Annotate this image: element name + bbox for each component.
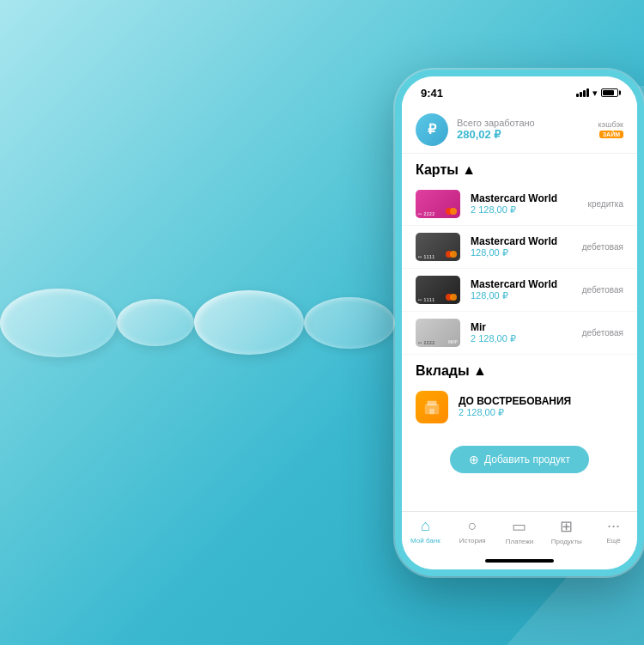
nav-item-history[interactable]: ○ История <box>449 517 496 545</box>
add-product-button[interactable]: ⊕ Добавить продукт <box>450 446 589 473</box>
card-type-3: дебетовая <box>582 285 623 295</box>
nav-item-mybank[interactable]: ⌂ Мой банк <box>402 517 449 545</box>
bg-ellipse-1 <box>0 289 117 357</box>
card-info-4: Mir 2 128,00 ₽ <box>471 321 582 344</box>
card-balance-3: 128,00 ₽ <box>471 290 582 301</box>
svg-rect-2 <box>429 408 434 413</box>
mastercard-dots-2 <box>446 251 457 258</box>
battery-icon <box>601 88 618 97</box>
card-thumbnail-2: •• 1111 <box>416 233 460 261</box>
products-icon: ⊞ <box>560 517 573 536</box>
card-number-3: •• 1111 <box>416 295 438 304</box>
nav-item-payments[interactable]: ▭ Платежи <box>496 517 544 545</box>
status-bar: 9:41 ▾ <box>402 76 637 103</box>
mir-logo: МИР <box>448 339 458 344</box>
cards-title: Карты ▲ <box>416 162 476 177</box>
bg-ellipse-2 <box>117 299 194 346</box>
points-symbol: ₽ <box>428 121 436 137</box>
deposit-icon-1 <box>416 391 448 423</box>
card-type-1: кредитка <box>588 199 623 209</box>
nav-label-products: Продукты <box>551 538 582 545</box>
mastercard-dots-3 <box>446 294 457 301</box>
card-type-4: дебетовая <box>582 328 623 338</box>
card-number-2: •• 1111 <box>416 253 438 261</box>
card-item-3[interactable]: •• 1111 Mastercard World 128,00 ₽ дебето… <box>402 269 637 312</box>
add-product-label: Добавить продукт <box>484 453 570 465</box>
svg-rect-1 <box>428 400 437 405</box>
card-name-3: Mastercard World <box>471 278 582 290</box>
payments-icon: ▭ <box>512 517 526 536</box>
nav-item-more[interactable]: ··· Ещё <box>590 517 637 545</box>
more-icon: ··· <box>607 517 620 535</box>
card-balance-2: 128,00 ₽ <box>471 247 582 259</box>
top-row-right: кэшбэк ЗАЙМ <box>598 120 623 138</box>
card-balance-1: 2 128,00 ₽ <box>471 204 588 216</box>
card-info-3: Mastercard World 128,00 ₽ <box>471 278 582 301</box>
bottom-nav: ⌂ Мой банк ○ История ▭ Платежи ⊞ Продукт… <box>402 511 637 552</box>
add-product-icon: ⊕ <box>469 453 479 466</box>
card-item-2[interactable]: •• 1111 Mastercard World 128,00 ₽ дебето… <box>402 226 637 269</box>
card-number-4: •• 2222 <box>416 338 438 347</box>
bg-ellipse-4 <box>304 297 395 349</box>
card-number-1: •• 2222 <box>416 210 438 218</box>
cashback-label: кэшбэк <box>598 120 623 129</box>
home-icon: ⌂ <box>421 517 430 535</box>
nav-label-more: Ещё <box>606 537 620 545</box>
phone-mockup: 9:41 ▾ ₽ <box>395 70 644 576</box>
phone-screen: 9:41 ▾ ₽ <box>395 70 644 576</box>
points-icon: ₽ <box>416 113 448 146</box>
phone-content: ₽ Всего заработано 280,02 ₽ кэшбэк ЗАЙМ … <box>402 103 637 511</box>
card-item-1[interactable]: •• 2222 Mastercard World 2 128,00 ₽ кред… <box>402 183 637 226</box>
bg-ellipse-3 <box>194 290 304 355</box>
card-type-2: дебетовая <box>582 242 623 252</box>
signal-icon <box>576 88 589 97</box>
card-thumbnail-4: •• 2222 МИР <box>416 319 460 347</box>
deposit-info-1: ДО ВОСТРЕБОВАНИЯ 2 128,00 ₽ <box>459 395 571 418</box>
earned-amount: 280,02 ₽ <box>457 128 598 141</box>
status-time: 9:41 <box>421 87 443 100</box>
deposit-item-1[interactable]: ДО ВОСТРЕБОВАНИЯ 2 128,00 ₽ <box>402 384 637 430</box>
card-name-4: Mir <box>471 321 582 333</box>
card-thumbnail-3: •• 1111 <box>416 276 460 304</box>
deposits-title: Вклады ▲ <box>416 363 487 378</box>
deposit-name-1: ДО ВОСТРЕБОВАНИЯ <box>459 395 571 407</box>
deposit-amount-1: 2 128,00 ₽ <box>459 407 571 418</box>
card-name-2: Mastercard World <box>471 235 582 247</box>
nav-label-history: История <box>459 537 486 545</box>
top-row-info: Всего заработано 280,02 ₽ <box>457 118 598 141</box>
zaym-badge: ЗАЙМ <box>599 131 623 138</box>
deposits-section-header: Вклады ▲ <box>402 355 637 384</box>
nav-item-products[interactable]: ⊞ Продукты <box>543 517 590 545</box>
home-bar <box>485 559 554 563</box>
card-item-4[interactable]: •• 2222 МИР Mir 2 128,00 ₽ дебетовая <box>402 312 637 355</box>
history-icon: ○ <box>468 517 477 535</box>
card-thumbnail-1: •• 2222 <box>416 190 460 218</box>
nav-label-payments: Платежи <box>506 538 533 545</box>
home-indicator <box>402 552 637 569</box>
nav-label-mybank: Мой банк <box>410 537 440 545</box>
card-balance-4: 2 128,00 ₽ <box>471 333 582 344</box>
status-icons: ▾ <box>576 88 618 99</box>
card-name-1: Mastercard World <box>471 192 588 204</box>
cards-section-header: Карты ▲ <box>402 154 637 183</box>
wifi-icon: ▾ <box>592 88 598 99</box>
card-info-2: Mastercard World 128,00 ₽ <box>471 235 582 259</box>
earned-label: Всего заработано <box>457 118 598 128</box>
card-info-1: Mastercard World 2 128,00 ₽ <box>471 192 588 216</box>
top-row: ₽ Всего заработано 280,02 ₽ кэшбэк ЗАЙМ <box>402 103 637 154</box>
mastercard-dots-1 <box>446 208 457 215</box>
